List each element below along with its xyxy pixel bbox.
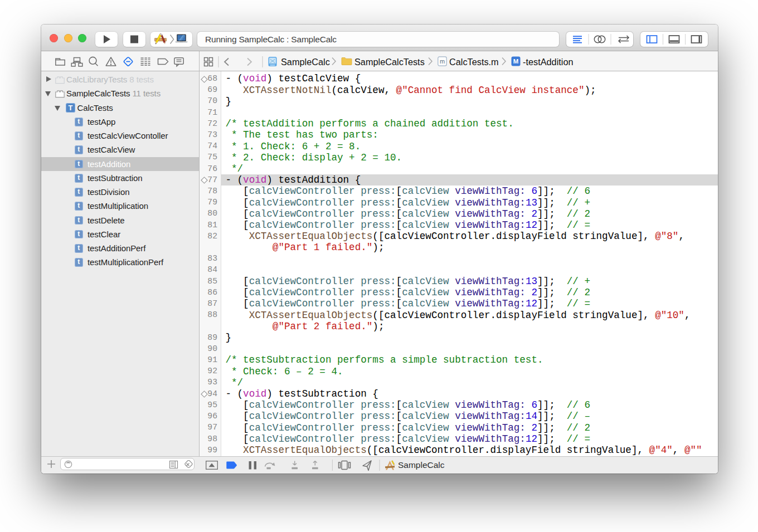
svg-text:M: M <box>513 58 519 65</box>
svg-text:m: m <box>440 58 445 65</box>
